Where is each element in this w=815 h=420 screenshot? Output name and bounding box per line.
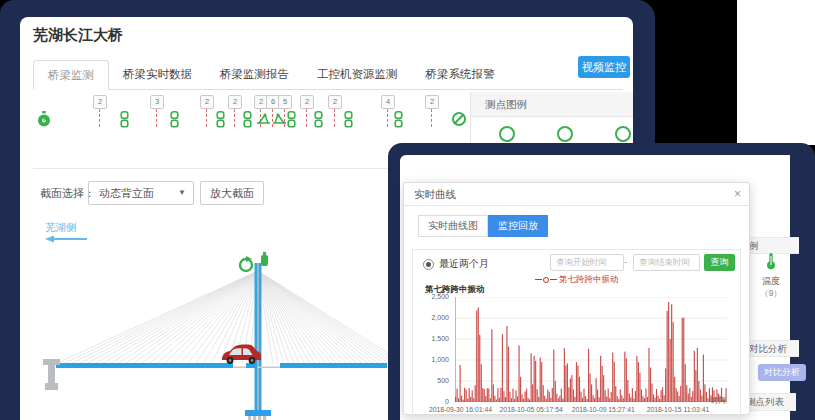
main-tab-0[interactable]: 桥梁监测 — [33, 60, 109, 90]
bridge-deck — [56, 363, 387, 368]
legend-series-name: 第七跨跨中振动 — [559, 274, 619, 284]
sensor-count-badge: 2 — [300, 95, 314, 109]
dialog-chart-box: 最近两个月 查询开始时间 - 查询结束时间 查询 第七跨跨中振动 第七跨跨中振动… — [412, 249, 741, 420]
bridge-diagram — [33, 245, 413, 420]
section-select[interactable]: 动态背立面 ▼ — [88, 181, 194, 205]
dialog-tabs: 实时曲线图监控回放 — [418, 215, 548, 237]
sensor-strip: 23222652242 — [20, 89, 470, 135]
video-monitor-button[interactable]: 视频监控 — [578, 56, 630, 78]
end-time-input[interactable]: 查询结束时间 — [633, 254, 700, 271]
start-time-input[interactable]: 查询开始时间 — [550, 254, 624, 271]
sensor-position-dash — [99, 109, 100, 127]
bridge-side-label: 芜湖侧 — [45, 221, 77, 235]
x-axis-tick-label: 2018-10-05 05:17:54 — [500, 406, 563, 413]
legend-sensor-icon — [499, 126, 515, 142]
screenshot-stage: 芜湖长江大桥 桥梁监测桥梁实时数据桥梁监测报告工控机资源监测桥梁系统报警 视频监… — [0, 0, 815, 420]
sensor-count-badge: 5 — [278, 95, 292, 109]
main-tab-3[interactable]: 工控机资源监测 — [303, 60, 412, 88]
tower-foundation — [245, 410, 271, 420]
section-select-label: 截面选择： — [40, 186, 95, 201]
chart-plot-area — [455, 297, 727, 402]
chain-icon[interactable] — [343, 111, 357, 128]
dialog-header: 实时曲线 × — [404, 183, 749, 206]
main-tabs-bar: 桥梁监测桥梁实时数据桥梁监测报告工控机资源监测桥梁系统报警 — [33, 60, 623, 90]
realtime-curve-dialog: 实时曲线 × 实时曲线图监控回放 最近两个月 查询开始时间 - 查询结束时间 查… — [403, 182, 750, 415]
x-axis-tick-label: 2018-10-15 11:03:41 — [647, 406, 710, 413]
thermometer-icon — [765, 252, 777, 270]
sensor-position-dash — [387, 109, 388, 127]
page-title: 芜湖长江大桥 — [33, 26, 123, 45]
sensor-count-badge: 2 — [93, 95, 107, 109]
chain-icon[interactable] — [215, 111, 229, 128]
sensor-position-dash — [431, 109, 432, 127]
sensor-position-dash — [284, 109, 285, 127]
legend-marker-line — [550, 279, 557, 280]
sensor-position-dash — [334, 109, 335, 127]
bridge-pier — [43, 359, 60, 390]
main-tab-2[interactable]: 桥梁监测报告 — [206, 60, 303, 88]
gauge-icon[interactable] — [37, 111, 51, 128]
y-axis-tick-label: 1,500 — [419, 335, 449, 342]
chain-icon[interactable] — [242, 111, 256, 128]
sensor-position-dash — [206, 109, 207, 127]
sensor-count-badge: 2 — [328, 95, 342, 109]
x-axis-tick-label: 2018-09-30 16:01:44 — [429, 406, 492, 413]
main-tab-1[interactable]: 桥梁实时数据 — [109, 60, 206, 88]
recent-two-months-radio[interactable] — [423, 259, 434, 270]
chain-icon[interactable] — [119, 111, 133, 128]
main-tab-4[interactable]: 桥梁系统报警 — [412, 60, 509, 88]
y-axis-tick-label: 2,000 — [419, 314, 449, 321]
legend-sensor-icon — [557, 126, 573, 142]
close-icon[interactable]: × — [734, 183, 741, 205]
vibration-chart: 第七跨跨中振动 05001,0001,5002,0002,500 2018-09… — [419, 284, 736, 420]
legend-marker-line — [535, 279, 542, 280]
sensor-count-badge: 2 — [200, 95, 214, 109]
tower-sensor-icons[interactable] — [240, 252, 268, 271]
recent-two-months-label: 最近两个月 — [439, 257, 489, 271]
legend-marker-dot — [543, 277, 549, 283]
date-range-separator: - — [624, 257, 627, 267]
sensor-position-dash — [234, 109, 235, 127]
legend-sensor-icon — [615, 126, 631, 142]
dialog-tab-1[interactable]: 监控回放 — [488, 215, 548, 237]
legend-panel-title: 测点图例 — [471, 92, 633, 117]
query-button[interactable]: 查询 — [704, 254, 735, 271]
sensor-position-dash — [156, 109, 157, 127]
chevron-down-icon: ▼ — [178, 182, 186, 204]
x-axis-tick-label: 2018-10-09 15:27:41 — [572, 406, 635, 413]
chain-icon[interactable] — [393, 111, 407, 128]
ban-icon[interactable] — [451, 111, 465, 128]
sensor-position-dash — [306, 109, 307, 127]
sidebar-temperature-item[interactable]: 温度 （9） — [752, 252, 790, 300]
dialog-tab-0[interactable]: 实时曲线图 — [418, 215, 488, 237]
compare-analysis-button[interactable]: 对比分析 — [758, 364, 806, 381]
bearing-left-icon[interactable] — [256, 111, 270, 128]
sensor-count-badge: 2 — [228, 95, 242, 109]
sensor-count-badge: 4 — [381, 95, 395, 109]
chain-icon[interactable] — [286, 111, 300, 128]
zoom-section-button[interactable]: 放大截面 — [200, 181, 264, 205]
y-axis-tick-label: 0 — [419, 398, 449, 405]
y-axis-tick-label: 2,500 — [419, 293, 449, 300]
dialog-title: 实时曲线 — [414, 188, 456, 200]
sensor-count-badge: 2 — [425, 95, 439, 109]
temperature-label: 温度 — [752, 275, 790, 288]
background-white-area — [737, 0, 815, 145]
sensor-count-badge: 3 — [150, 95, 164, 109]
section-select-value: 动态背立面 — [99, 187, 154, 199]
left-arrow-icon — [45, 235, 89, 243]
chain-icon[interactable] — [169, 111, 183, 128]
chain-icon[interactable] — [313, 111, 327, 128]
x-axis-title: 时间 — [711, 396, 726, 406]
temperature-count: （9） — [752, 288, 790, 300]
y-axis-tick-label: 500 — [419, 377, 449, 384]
y-axis-tick-label: 1,000 — [419, 356, 449, 363]
